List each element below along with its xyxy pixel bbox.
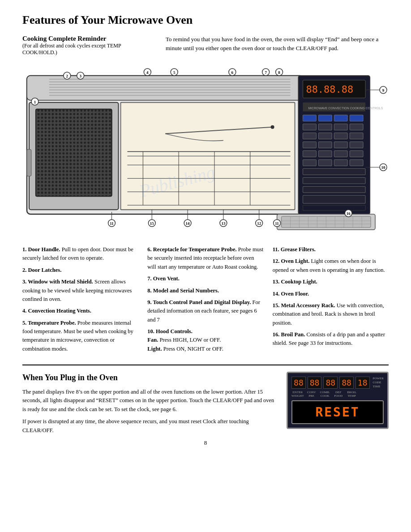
svg-rect-43 [318,133,332,139]
svg-rect-53 [350,151,363,157]
svg-rect-56 [334,159,347,166]
svg-rect-47 [318,142,332,148]
svg-text:16: 16 [347,211,351,216]
when-plug-text: When You Plug in the Oven The panel disp… [22,372,276,435]
page-title: Features of Your Microwave Oven [22,13,389,27]
svg-rect-58 [303,168,365,175]
cooking-reminder-subtitle: (For all defrost and cook cycles except … [22,43,157,56]
features-col-3: 11. Grease Filters. 12. Oven Light. Ligh… [273,245,389,356]
svg-rect-45 [350,133,363,139]
svg-rect-51 [318,151,332,157]
oven-diagram-container: 88.88.88 MICROWAVE CONVECTION COOKING CO… [22,62,389,241]
display-digits-row: 88 88 88 88 18 POWER CODE TIME [291,377,384,389]
feature-16: 16. Broil Pan. Consists of a drip pan an… [273,330,389,348]
feature-11: 11. Grease Filters. [273,245,389,254]
svg-text:3: 3 [79,74,81,78]
display-label-5: BROILTEMP [346,390,358,398]
cooking-reminder-heading: Cooking Complete Reminder [22,35,157,43]
cooking-reminder-left: Cooking Complete Reminder (For all defro… [22,35,157,56]
display-digit-5: 18 [355,377,370,389]
display-label-1: ENTERWEIGHT [291,390,304,398]
display-labels-row: ENTERWEIGHT CONVPRE COMB.COOK DEFFOOD BR… [291,390,384,398]
svg-text:MICROWAVE CONVECTION COOKING C: MICROWAVE CONVECTION COOKING CONTROLS [308,107,383,110]
feature-4: 4. Convection Heating Vents. [22,307,138,315]
when-plug-heading: When You Plug in the Oven [22,372,276,384]
svg-text:88.88.88: 88.88.88 [306,84,353,95]
svg-text:10: 10 [381,165,385,170]
svg-text:9: 9 [382,88,385,93]
display-digit-3: 88 [323,377,338,389]
svg-text:8: 8 [278,70,280,75]
when-plug-display: 88 88 88 88 18 POWER CODE TIME ENTERWEIG… [287,372,389,429]
svg-text:1: 1 [34,100,36,104]
svg-rect-41 [350,124,363,130]
svg-rect-34 [303,115,316,121]
features-col-1: 1. Door Handle. Pull to open door. Door … [22,245,138,356]
svg-rect-54 [303,159,316,166]
feature-5: 5. Temperature Probe. Probe measures int… [22,319,138,354]
feature-1: 1. Door Handle. Pull to open door. Door … [22,245,138,263]
svg-rect-59 [303,177,365,184]
display-digit-4: 88 [339,377,354,389]
svg-rect-50 [303,151,316,157]
svg-text:13: 13 [221,221,225,226]
section-divider [22,365,389,365]
feature-3: 3. Window with Metal Shield. Screen allo… [22,278,138,304]
svg-rect-52 [334,151,347,157]
svg-text:15: 15 [150,221,154,226]
when-plug-section: When You Plug in the Oven The panel disp… [22,372,389,435]
when-plug-paragraph1: The panel displays five 8’s on the upper… [22,388,276,414]
svg-rect-46 [303,142,316,148]
svg-rect-38 [303,124,316,130]
svg-rect-55 [318,159,332,166]
svg-rect-61 [303,195,365,203]
feature-15: 15. Metal Accessory Rack. Use with conve… [273,301,389,327]
svg-rect-36 [334,115,347,121]
svg-text:4: 4 [146,70,149,75]
cooking-reminder-section: Cooking Complete Reminder (For all defro… [22,35,389,56]
svg-rect-44 [334,133,347,139]
svg-rect-42 [303,133,316,139]
svg-rect-62 [303,205,365,210]
feature-14: 14. Oven Floor. [273,290,389,298]
svg-text:11: 11 [110,221,114,226]
display-label-4: DEFFOOD [333,390,344,398]
feature-2: 2. Door Latches. [22,266,138,275]
svg-text:7: 7 [265,70,267,75]
display-digit-1: 88 [291,377,306,389]
cooking-reminder-description: To remind you that you have food in the … [166,35,389,56]
page-number: 8 [22,439,389,446]
svg-rect-37 [350,115,363,121]
svg-rect-11 [36,109,112,197]
feature-13: 13. Cooktop Light. [273,278,389,286]
svg-rect-48 [334,142,347,148]
feature-9: 9. Touch Control Panel and Digital Displ… [147,298,263,324]
svg-point-28 [271,125,274,129]
features-grid: 1. Door Handle. Pull to open door. Door … [22,245,389,356]
feature-12: 12. Oven Light. Light comes on when door… [273,257,389,275]
svg-text:14: 14 [186,221,190,226]
oven-display-panel: 88 88 88 88 18 POWER CODE TIME ENTERWEIG… [287,372,389,429]
svg-text:6: 6 [231,70,234,75]
svg-rect-35 [318,115,332,121]
feature-6: 6. Receptacle for Temperature Probe. Pro… [147,245,263,271]
reset-display: RESET [291,400,384,424]
svg-rect-40 [334,124,347,130]
svg-rect-39 [318,124,332,130]
svg-rect-57 [350,159,363,166]
feature-7: 7. Oven Vent. [147,275,263,283]
svg-text:2: 2 [66,74,68,78]
feature-10: 10. Hood Controls.Fan. Press HIGH, LOW o… [147,327,263,353]
display-digit-2: 88 [308,377,322,389]
svg-rect-14 [27,150,31,176]
feature-8: 8. Model and Serial Numbers. [147,287,263,295]
svg-text:11: 11 [275,221,279,226]
svg-text:5: 5 [173,70,176,75]
svg-rect-49 [350,142,363,148]
svg-text:12: 12 [257,221,261,226]
display-label-2: CONVPRE [306,390,317,398]
svg-rect-60 [303,186,365,193]
display-label-3: COMB.COOK [319,390,331,398]
when-plug-paragraph2: If power is disrupted at any time, the a… [22,417,276,435]
oven-diagram: 88.88.88 MICROWAVE CONVECTION COOKING CO… [22,62,389,232]
